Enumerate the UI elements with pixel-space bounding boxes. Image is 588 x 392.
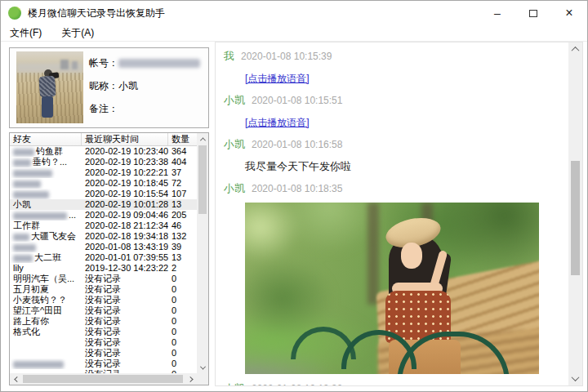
table-row[interactable]: 没有记录0 (10, 359, 197, 369)
table-row[interactable]: 2020-01-08 13:43:1939 (10, 242, 197, 252)
last-chat-time-cell: 2020-02-18 21:12:34 (82, 220, 168, 231)
last-chat-time-cell: 2020-01-01 07:39:55 (82, 252, 168, 263)
chat-vertical-scrollbar[interactable] (568, 42, 582, 385)
table-row[interactable]: 五月初夏没有记录0 (10, 284, 197, 295)
table-row[interactable]: 大二班2020-01-01 07:39:5513 (10, 252, 197, 263)
chat-photo[interactable] (245, 203, 539, 374)
menu-about[interactable]: 关于(A) (59, 24, 96, 42)
table-row[interactable]: 小麦筏钓？？没有记录0 (10, 295, 197, 305)
photo-woman-face (401, 243, 422, 269)
table-row[interactable]: 垂钓？...2020-02-19 10:23:38404 (10, 157, 197, 167)
friend-name-cell: 大疆飞友会 (10, 231, 82, 242)
column-header-friend[interactable]: 好友 (10, 133, 82, 145)
chat-messages: 我 2020-01-08 10:15:39 [点击播放语音] 小凯 2020-0… (216, 42, 568, 385)
scroll-up-button[interactable] (197, 133, 208, 145)
table-row[interactable]: 路上有你没有记录0 (10, 316, 197, 327)
message-count-cell: 0 (168, 337, 197, 348)
minimize-button[interactable]: – (479, 1, 515, 25)
chat-scroll-thumb[interactable] (571, 161, 580, 275)
table-row[interactable]: 工作群2020-02-18 21:12:3446 (10, 220, 197, 231)
chevron-up-icon (572, 47, 580, 55)
table-row[interactable]: 大疆飞友会2020-02-18 19:34:18132 (10, 231, 197, 242)
message-header: 小凯 2020-01-08 10:19:30 (224, 381, 568, 385)
message-count-cell: 72 (168, 178, 197, 189)
message-timestamp: 2020-01-08 10:16:58 (252, 139, 342, 150)
table-row[interactable]: 没有记录0 (10, 348, 197, 359)
remark-label: 备注： (89, 102, 118, 116)
table-row[interactable]: 钓鱼群2020-02-19 10:23:40364 (10, 146, 197, 157)
avatar (16, 51, 83, 123)
message-count-cell: 0 (168, 295, 197, 305)
friend-name-cell: 望江亭^田田 (10, 305, 82, 316)
masked-name (13, 234, 29, 241)
message-count-cell: 107 (168, 189, 197, 199)
table-row[interactable]: 格式化没有记录0 (10, 327, 197, 337)
table-row[interactable]: 没有记录0 (10, 337, 197, 348)
profile-fields: 帐号： 昵称： 小凯 备注： (89, 55, 203, 123)
friend-name-cell: 工作群 (10, 220, 82, 231)
last-chat-time-cell: 没有记录 (82, 305, 168, 316)
message-count-cell: 132 (168, 231, 197, 242)
scroll-left-button[interactable] (10, 373, 21, 385)
table-row[interactable]: ...2020-02-19 09:04:46205 (10, 210, 197, 220)
last-chat-time-cell: 2020-02-19 10:23:40 (82, 146, 168, 157)
message-header: 我 2020-01-08 10:15:39 (224, 49, 568, 64)
play-voice-link[interactable]: [点击播放语音] (245, 73, 310, 84)
masked-name (13, 212, 67, 220)
chevron-down-icon (199, 363, 205, 369)
chat-scroll-up-button[interactable] (568, 42, 582, 56)
friend-name-cell: lily (10, 263, 82, 274)
friend-name-cell (10, 242, 82, 252)
message-timestamp: 2020-01-08 10:19:30 (252, 383, 342, 385)
friends-rows: 钓鱼群2020-02-19 10:23:40364垂钓？...2020-02-1… (10, 146, 197, 373)
last-chat-time-cell: 没有记录 (82, 337, 168, 348)
scroll-down-button[interactable] (197, 362, 208, 373)
nickname-value: 小凯 (118, 79, 138, 93)
play-voice-link[interactable]: [点击播放语音] (245, 117, 310, 128)
friend-name-cell: 明明汽车（吴... (10, 274, 82, 284)
table-row[interactable]: 明明汽车（吴...没有记录0 (10, 274, 197, 284)
message-count-cell: 0 (168, 284, 197, 295)
friend-name-cell: 路上有你 (10, 316, 82, 327)
table-horizontal-scrollbar[interactable] (10, 373, 197, 385)
menu-file[interactable]: 文件(F) (7, 24, 44, 42)
avatar-building (60, 60, 69, 69)
table-header: 好友 最近聊天时间 数量 (10, 133, 197, 146)
nickname-label: 昵称： (89, 79, 118, 93)
account-label: 帐号： (89, 56, 118, 70)
nickname-row: 昵称： 小凯 (89, 78, 203, 94)
close-button[interactable]: × (551, 1, 587, 25)
table-row[interactable]: 2020-02-19 10:15:54107 (10, 189, 197, 199)
maximize-button[interactable] (515, 1, 551, 25)
table-row[interactable]: lily2019-12-30 14:23:222 (10, 263, 197, 274)
table-vertical-scrollbar[interactable] (197, 133, 208, 373)
message-count-cell: 205 (168, 210, 197, 220)
message-count-cell: 13 (168, 252, 197, 263)
menu-bar: 文件(F) 关于(A) (1, 25, 587, 42)
friend-name-cell: 钓鱼群 (10, 146, 82, 157)
friend-name-cell: 垂钓？... (10, 157, 82, 167)
column-header-lasttime[interactable]: 最近聊天时间 (82, 133, 168, 145)
last-chat-time-cell: 2020-02-19 09:04:46 (82, 210, 168, 220)
column-header-count[interactable]: 数量 (168, 133, 197, 145)
chat-scroll-down-button[interactable] (568, 372, 582, 385)
table-row[interactable]: 2020-02-19 10:22:2137 (10, 167, 197, 178)
last-chat-time-cell: 没有记录 (82, 348, 168, 359)
sender-name: 小凯 (224, 381, 245, 385)
message-count-cell: 0 (168, 327, 197, 337)
table-row[interactable]: 小凯2020-02-19 10:01:2813 (10, 199, 197, 210)
chevron-up-icon (199, 137, 205, 143)
last-chat-time-cell: 没有记录 (82, 359, 168, 369)
table-row[interactable]: 望江亭^田田没有记录0 (10, 305, 197, 316)
friend-name-cell: 小凯 (10, 199, 82, 210)
chevron-right-icon (187, 376, 193, 381)
app-window: 楼月微信聊天记录导出恢复助手 – × 文件(F) 关于(A) 帐号： (0, 0, 588, 392)
table-row[interactable]: 2020-02-19 10:18:4572 (10, 178, 197, 189)
message-timestamp: 2020-01-08 10:15:51 (252, 95, 342, 106)
scroll-right-button[interactable] (185, 373, 197, 385)
last-chat-time-cell: 2020-02-19 10:01:28 (82, 199, 168, 210)
table-scroll-thumb[interactable] (198, 145, 207, 214)
table-hscroll-thumb[interactable] (23, 375, 183, 383)
friend-name-cell (10, 359, 82, 369)
masked-name (13, 191, 49, 198)
